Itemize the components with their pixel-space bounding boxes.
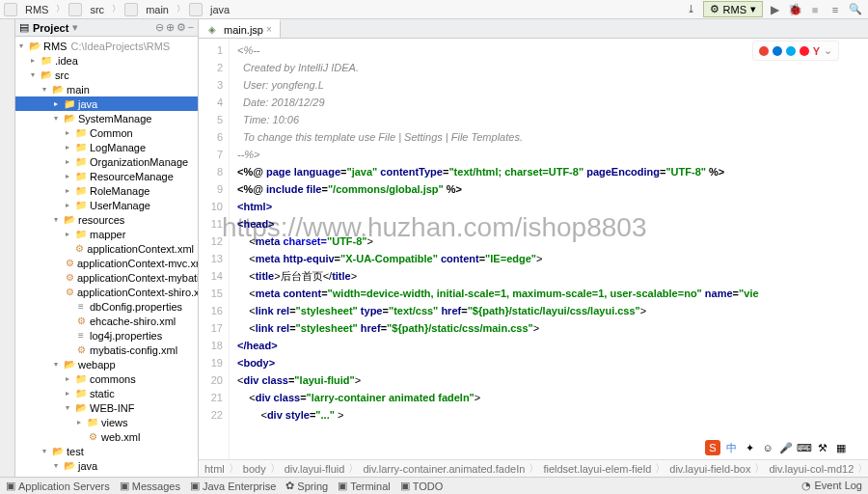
project-icon[interactable] bbox=[4, 3, 17, 16]
event-log-button[interactable]: ◔ Event Log bbox=[801, 480, 862, 492]
crumb[interactable]: div.layui-fluid bbox=[285, 463, 345, 475]
edge-icon[interactable] bbox=[773, 46, 782, 56]
build-icon[interactable]: ⤓ bbox=[683, 1, 700, 18]
ime-toolbar: S 中 ✦ ☺ 🎤 ⌨ ⚒ ▦ bbox=[705, 440, 849, 455]
tree-item-applicationcontext-mybatis-xml[interactable]: applicationContext-mybatis.xml bbox=[15, 270, 198, 285]
tree-item-rms[interactable]: ▾RMSC:\IdeaProjects\RMS bbox=[15, 39, 198, 53]
structure-breadcrumbs[interactable]: html〉body〉div.layui-fluid〉div.larry-cont… bbox=[199, 459, 868, 477]
crumb[interactable]: html bbox=[204, 463, 225, 475]
find-button[interactable]: 🔍 bbox=[847, 1, 864, 18]
locate-icon[interactable]: ⊕ bbox=[166, 21, 175, 34]
editor: main.jsp × 12345678910111213141516171819… bbox=[199, 19, 868, 477]
yandex-icon[interactable]: Y bbox=[813, 45, 820, 57]
ime-emoji-icon[interactable]: ☺ bbox=[760, 440, 775, 455]
tree-item-resources[interactable]: ▾resources bbox=[15, 212, 198, 227]
project-title: Project bbox=[33, 22, 68, 34]
ime-voice-icon[interactable]: 🎤 bbox=[778, 440, 794, 455]
editor-tabs: main.jsp × bbox=[199, 19, 868, 39]
chevron-right-icon: 〉 bbox=[176, 3, 185, 15]
messages-button[interactable]: ▣ Messages bbox=[120, 480, 180, 492]
tree-item-static[interactable]: ▸static bbox=[15, 386, 198, 400]
ime-tool-icon[interactable]: ⚒ bbox=[815, 440, 830, 455]
stop-button[interactable]: ■ bbox=[806, 1, 824, 18]
tree-item-organizationmanage[interactable]: ▸OrganizationManage bbox=[15, 154, 198, 169]
profiler-button[interactable]: ≡ bbox=[827, 1, 844, 18]
tree-item-mapper[interactable]: ▸mapper bbox=[15, 227, 198, 241]
terminal-button[interactable]: ▣ Terminal bbox=[338, 480, 391, 492]
tree-item-applicationcontext-shiro-xml[interactable]: applicationContext-shiro.xml bbox=[15, 285, 198, 299]
debug-button[interactable]: 🐞 bbox=[786, 1, 803, 18]
breadcrumb-item[interactable]: main bbox=[142, 4, 173, 15]
opera-icon[interactable] bbox=[800, 46, 809, 56]
tree-item-src[interactable]: ▾src bbox=[15, 68, 198, 82]
app-servers-button[interactable]: ▣ Application Servers bbox=[6, 480, 110, 492]
tree-item-applicationcontext-xml[interactable]: applicationContext.xml bbox=[15, 241, 198, 256]
run-configuration-selector[interactable]: ⚙RMS▾ bbox=[703, 1, 763, 17]
chevron-down-icon[interactable]: ▾ bbox=[72, 21, 78, 34]
crumb[interactable]: div.larry-container.animated.fadeIn bbox=[363, 463, 525, 475]
browser-icons-overlay: Y ⌄ bbox=[752, 41, 839, 61]
spring-button[interactable]: ✿ Spring bbox=[285, 480, 328, 492]
tree-item-web-inf[interactable]: ▾WEB-INF bbox=[15, 400, 198, 415]
tree-item-main[interactable]: ▾main bbox=[15, 82, 198, 96]
ime-cn-icon[interactable]: 中 bbox=[723, 440, 739, 455]
java-ee-button[interactable]: ▣ Java Enterprise bbox=[190, 480, 276, 492]
crumb[interactable]: div.layui-field-box bbox=[669, 463, 750, 475]
chevron-down-icon: ▾ bbox=[750, 3, 756, 15]
chrome-icon[interactable] bbox=[759, 46, 769, 56]
tree-item-mybatis-config-xml[interactable]: mybatis-config.xml bbox=[15, 343, 198, 357]
tree-item-java[interactable]: ▾java bbox=[15, 458, 198, 473]
folder-icon bbox=[68, 3, 82, 16]
tree-item-resourcemanage[interactable]: ▸ResourceManage bbox=[15, 169, 198, 183]
project-header: ▤ Project ▾ ⊖ ⊕ ⚙ − bbox=[15, 19, 198, 37]
code-area[interactable]: <%-- Created by IntelliJ IDEA. User: yon… bbox=[230, 39, 868, 459]
status-bar: ▣ Application Servers ▣ Messages ▣ Java … bbox=[0, 477, 868, 494]
tree-item-web-xml[interactable]: web.xml bbox=[15, 429, 198, 444]
more-icon[interactable]: ⌄ bbox=[824, 44, 832, 57]
collapse-icon[interactable]: ⊖ bbox=[155, 21, 164, 34]
breadcrumb-item[interactable]: src bbox=[86, 4, 108, 15]
project-tree[interactable]: ▾RMSC:\IdeaProjects\RMS▸.idea▾src▾main▸j… bbox=[15, 37, 198, 477]
tree-item--idea[interactable]: ▸.idea bbox=[15, 53, 198, 68]
tree-item-ehcache-shiro-xml[interactable]: ehcache-shiro.xml bbox=[15, 314, 198, 328]
tree-item-java[interactable]: ▸java bbox=[15, 96, 198, 111]
tree-item-commons[interactable]: ▸commons bbox=[15, 371, 198, 386]
tree-item-logmanage[interactable]: ▸LogManage bbox=[15, 140, 198, 154]
todo-button[interactable]: ▣ TODO bbox=[400, 480, 444, 492]
tree-item-applicationcontext-mvc-xml[interactable]: applicationContext-mvc.xml bbox=[15, 256, 198, 270]
crumb[interactable]: div.layui-col-md12 bbox=[769, 463, 854, 475]
tree-item-dbconfig-properties[interactable]: dbConfig.properties bbox=[15, 299, 198, 314]
folder-icon bbox=[124, 3, 138, 16]
tree-item-usermanage[interactable]: ▸UserManage bbox=[15, 198, 198, 212]
gear-icon[interactable]: ⚙ bbox=[176, 21, 186, 34]
tree-item-systemmanage[interactable]: ▾SystemManage bbox=[15, 111, 198, 125]
breadcrumb-root[interactable]: RMS bbox=[21, 4, 52, 15]
tree-item-rolemanage[interactable]: ▸RoleManage bbox=[15, 183, 198, 198]
close-icon[interactable]: × bbox=[266, 24, 272, 35]
tab-main-jsp[interactable]: main.jsp × bbox=[199, 19, 281, 38]
navigation-bar: RMS 〉 src 〉 main 〉 java ⤓ ⚙RMS▾ ▶ 🐞 ■ ≡ … bbox=[0, 0, 868, 19]
ime-settings-icon[interactable]: ▦ bbox=[833, 440, 849, 455]
tree-item-test[interactable]: ▾test bbox=[15, 444, 198, 458]
safari-icon[interactable] bbox=[786, 46, 796, 56]
run-button[interactable]: ▶ bbox=[766, 1, 783, 18]
ime-punct-icon[interactable]: ✦ bbox=[742, 440, 757, 455]
tree-item-views[interactable]: ▸views bbox=[15, 415, 198, 429]
project-icon: ▤ bbox=[19, 21, 29, 34]
tree-item-webapp[interactable]: ▾webapp bbox=[15, 357, 198, 371]
crumb[interactable]: body bbox=[243, 463, 266, 475]
jsp-icon bbox=[206, 24, 218, 36]
tab-label: main.jsp bbox=[224, 24, 263, 36]
crumb[interactable]: fieldset.layui-elem-field bbox=[543, 463, 651, 475]
left-tool-stripe[interactable] bbox=[0, 19, 15, 477]
breadcrumb-item[interactable]: java bbox=[206, 4, 233, 15]
tomcat-icon: ⚙ bbox=[710, 3, 719, 15]
ime-skin-icon[interactable]: ⌨ bbox=[797, 440, 812, 455]
tree-item-log4j-properties[interactable]: log4j.properties bbox=[15, 328, 198, 343]
hide-icon[interactable]: − bbox=[188, 21, 194, 34]
tree-item-common[interactable]: ▸Common bbox=[15, 125, 198, 140]
line-number-gutter[interactable]: 12345678910111213141516171819202122 bbox=[199, 39, 230, 459]
project-tool-window: ▤ Project ▾ ⊖ ⊕ ⚙ − ▾RMSC:\IdeaProjects\… bbox=[15, 19, 199, 477]
chevron-right-icon: 〉 bbox=[112, 3, 121, 15]
sogou-icon[interactable]: S bbox=[705, 440, 720, 455]
